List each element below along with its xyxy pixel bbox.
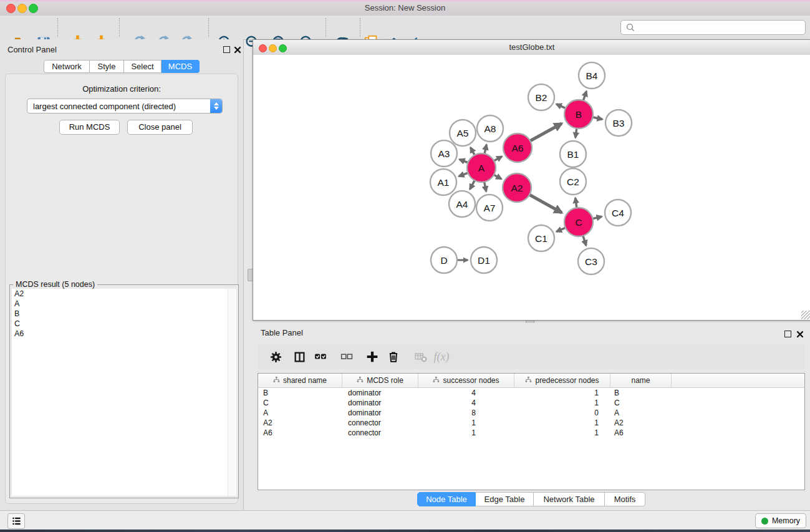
table-cell[interactable]: A2	[610, 418, 672, 427]
close-table-panel-icon[interactable]	[796, 331, 804, 338]
function-builder-icon[interactable]: f(x)	[433, 349, 450, 365]
toolbar-separator	[57, 18, 58, 37]
table-toolbar: f(x)	[258, 344, 805, 369]
node-label-A5: A5	[457, 128, 469, 138]
node-label-A7: A7	[484, 203, 496, 213]
window-title: Session: New Session	[0, 3, 810, 12]
column-settings-gear-icon[interactable]	[268, 349, 284, 365]
resize-grip[interactable]	[801, 311, 810, 319]
tab-node-table[interactable]: Node Table	[417, 492, 476, 506]
table-cell[interactable]: C	[610, 399, 672, 407]
search-field[interactable]	[620, 20, 806, 35]
main-toolbar	[0, 16, 810, 40]
table-cell[interactable]: 1	[514, 428, 610, 437]
close-panel-button[interactable]: Close panel	[127, 120, 193, 135]
table-cell[interactable]: dominator	[342, 399, 418, 407]
table-row[interactable]: Bdominator41B	[258, 388, 804, 398]
tree-icon	[357, 376, 364, 385]
table-cell[interactable]: A	[258, 409, 342, 417]
table-panel: Table Panel f(x) shared nameMCDS rolesuc…	[253, 323, 810, 510]
node-label-C2: C2	[567, 177, 579, 187]
table-cell[interactable]: 0	[514, 409, 610, 417]
split-panel-icon[interactable]	[291, 349, 307, 365]
table-cell[interactable]: A	[610, 409, 672, 417]
tree-icon	[525, 376, 532, 385]
column-header-successor-nodes[interactable]: successor nodes	[418, 374, 514, 387]
list-icon	[11, 516, 22, 526]
table-cell[interactable]: A6	[610, 428, 672, 437]
table-cell[interactable]: B	[258, 389, 342, 397]
table-cell[interactable]: dominator	[342, 389, 418, 397]
table-cell[interactable]: 1	[514, 389, 610, 397]
search-input[interactable]	[635, 22, 805, 32]
table-cell[interactable]: 1	[418, 428, 514, 437]
column-header-MCDS-role[interactable]: MCDS role	[342, 374, 418, 387]
mcds-result-item[interactable]: A	[12, 299, 236, 309]
table-cell[interactable]: 1	[514, 399, 610, 407]
tab-motifs[interactable]: Motifs	[605, 492, 645, 506]
table-cell[interactable]: 1	[418, 418, 514, 427]
table-row[interactable]: Cdominator41C	[258, 398, 804, 408]
close-panel-icon[interactable]	[234, 46, 241, 54]
tab-network-table[interactable]: Network Table	[534, 492, 605, 506]
add-column-icon[interactable]	[364, 349, 380, 365]
memory-button[interactable]: Memory	[755, 513, 806, 528]
app-titlebar: Session: New Session	[0, 0, 810, 16]
task-history-button[interactable]	[7, 513, 25, 529]
table-row[interactable]: Adominator80A	[258, 408, 804, 418]
table-cell[interactable]: 8	[418, 409, 514, 417]
tab-style[interactable]: Style	[90, 60, 124, 73]
table-cell[interactable]: B	[610, 389, 672, 397]
node-label-B2: B2	[536, 92, 547, 103]
mcds-result-item[interactable]: B	[12, 309, 236, 319]
table-cell[interactable]: 1	[514, 418, 610, 427]
table-row[interactable]: A6connector11A6	[258, 428, 804, 438]
float-table-panel-icon[interactable]	[784, 331, 791, 337]
toolbar-separator	[360, 18, 360, 37]
tab-edge-table[interactable]: Edge Table	[476, 492, 534, 506]
mcds-result-item[interactable]: A6	[12, 329, 236, 339]
node-label-C4: C4	[612, 208, 624, 218]
table-cell[interactable]: dominator	[342, 409, 418, 417]
column-header-predecessor-nodes[interactable]: predecessor nodes	[514, 374, 610, 387]
table-cell[interactable]: connector	[342, 418, 418, 427]
scrollbar-track[interactable]	[228, 289, 236, 496]
column-header-shared-name[interactable]: shared name	[258, 374, 342, 387]
node-label-A: A	[478, 163, 485, 173]
delete-column-icon[interactable]	[385, 349, 402, 365]
mcds-result-list[interactable]: A2ABCA6	[12, 289, 236, 496]
column-header-name[interactable]: name	[610, 374, 672, 387]
node-label-B4: B4	[586, 70, 598, 81]
network-graph[interactable]: AA2A6BCA1A3A4A5A7A8B1B2B3B4C1C2C3C4DD1	[253, 55, 809, 319]
run-mcds-button[interactable]: Run MCDS	[59, 120, 120, 135]
tab-network[interactable]: Network	[44, 60, 90, 73]
table-cell[interactable]: A6	[258, 428, 342, 437]
table-body: Bdominator41BCdominator41CAdominator80AA…	[258, 388, 804, 438]
deselect-all-columns-icon[interactable]	[339, 349, 355, 365]
table-cell[interactable]: 4	[418, 389, 514, 397]
criterion-dropdown[interactable]: largest connected component (directed)	[27, 99, 223, 114]
delete-table-icon[interactable]	[413, 349, 429, 365]
table-cell[interactable]: connector	[342, 428, 418, 437]
node-table: shared nameMCDS rolesuccessor nodesprede…	[258, 373, 805, 490]
tab-mcds[interactable]: MCDS	[162, 60, 200, 73]
table-row[interactable]: A2connector11A2	[258, 418, 804, 428]
optimization-criterion-label: Optimization criterion:	[6, 84, 238, 94]
mcds-result-item[interactable]: C	[12, 319, 236, 329]
float-panel-icon[interactable]	[223, 46, 230, 53]
mcds-result-item[interactable]: A2	[12, 289, 236, 299]
network-canvas[interactable]: AA2A6BCA1A3A4A5A7A8B1B2B3B4C1C2C3C4DD1	[253, 55, 810, 320]
network-window-titlebar[interactable]: testGlobe.txt	[253, 40, 810, 56]
table-panel-title: Table Panel	[261, 328, 303, 337]
node-label-D1: D1	[478, 255, 490, 266]
node-label-B: B	[576, 109, 582, 120]
table-cell[interactable]: 4	[418, 399, 514, 407]
select-all-columns-icon[interactable]	[312, 349, 329, 365]
tree-icon	[433, 376, 440, 385]
table-cell[interactable]: C	[258, 399, 342, 407]
node-label-A8: A8	[485, 123, 496, 134]
node-label-A2: A2	[511, 183, 523, 193]
tab-select[interactable]: Select	[124, 60, 162, 73]
network-view-window: testGlobe.txt AA2A6BCA1A3A4A5A7A8B1B2B3B…	[253, 39, 810, 321]
table-cell[interactable]: A2	[258, 418, 342, 427]
